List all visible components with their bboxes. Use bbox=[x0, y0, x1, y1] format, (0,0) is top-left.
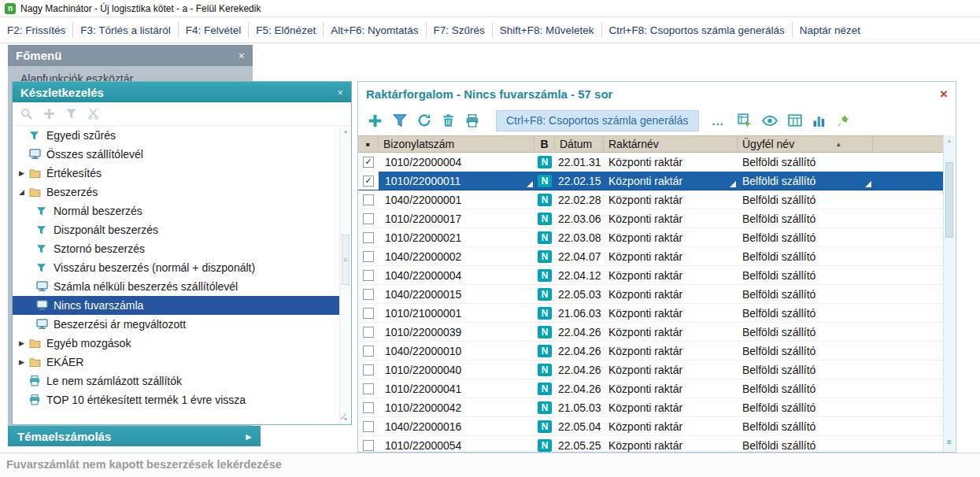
table-row[interactable]: 1040/22000010N22.04.26Központi raktárBel… bbox=[358, 342, 944, 361]
column-header-b[interactable]: B bbox=[534, 136, 555, 152]
scroll-up-icon[interactable]: ▲ bbox=[944, 138, 955, 143]
tree-item[interactable]: Számla nélküli beszerzés szállítólevél bbox=[13, 277, 339, 296]
print-icon[interactable] bbox=[465, 114, 479, 128]
cell-ugyfelnev: Belföldi szállító bbox=[738, 398, 873, 416]
expander-icon[interactable]: ▶ bbox=[19, 358, 29, 366]
expander-icon[interactable]: ▶ bbox=[19, 339, 29, 347]
tree-item[interactable]: Le nem számlázott szállítók bbox=[13, 372, 339, 390]
row-checkbox[interactable] bbox=[363, 402, 374, 413]
tree-item[interactable]: Diszponált beszerzés bbox=[13, 220, 339, 239]
function-bar-item[interactable]: Ctrl+F8: Csoportos számla generálás bbox=[602, 22, 793, 38]
temaelszamolas-bar[interactable]: Témaelszámolás ▸ bbox=[8, 426, 261, 446]
refresh-icon[interactable] bbox=[417, 113, 431, 128]
cell-ugyfelnev: Belföldi szállító bbox=[738, 436, 873, 452]
tree-scrollbar[interactable]: ▲ ▼ ≡ bbox=[339, 126, 351, 424]
column-header-datum[interactable]: Dátum bbox=[555, 136, 604, 152]
row-checkbox[interactable] bbox=[363, 232, 374, 243]
close-icon[interactable]: × bbox=[239, 50, 245, 62]
function-bar-item[interactable]: F7: Szűrés bbox=[427, 22, 493, 38]
table-row[interactable]: 1040/22000002N22.04.07Központi raktárBel… bbox=[358, 247, 944, 266]
scrollbar-thumb[interactable] bbox=[945, 162, 953, 238]
row-checkbox[interactable] bbox=[363, 421, 374, 432]
row-checkbox[interactable] bbox=[363, 251, 374, 262]
tree-item[interactable]: ▶EKÁER bbox=[13, 353, 339, 372]
tree-item[interactable]: Normál beszerzés bbox=[13, 202, 339, 220]
row-checkbox[interactable] bbox=[363, 308, 374, 319]
function-bar-item[interactable]: F4: Felvétel bbox=[179, 22, 250, 38]
table-row[interactable]: 1010/22000054N22.05.25Központi raktárBel… bbox=[358, 436, 944, 452]
expander-icon[interactable]: ◢ bbox=[19, 188, 29, 196]
table-row[interactable]: 1040/22000001N22.02.28Központi raktárBel… bbox=[358, 190, 944, 209]
function-bar-item[interactable]: F2: Frissítés bbox=[0, 22, 73, 38]
table-row[interactable]: ✓1010/22000011N22.02.15Központi raktárBe… bbox=[358, 172, 944, 190]
column-header-bizonylatszam[interactable]: Bizonylatszám bbox=[379, 136, 534, 152]
cell-b: N bbox=[534, 190, 555, 209]
row-checkbox[interactable] bbox=[363, 383, 374, 394]
pin-icon[interactable] bbox=[836, 114, 849, 128]
add-icon[interactable] bbox=[368, 113, 383, 128]
fomenu-header[interactable]: Főmenü × bbox=[8, 45, 253, 66]
row-checkbox[interactable] bbox=[363, 213, 374, 224]
tree-item[interactable]: TOP 10 értékesített termék 1 évre vissza bbox=[13, 390, 339, 409]
tree-item[interactable]: ▶Értékesítés bbox=[13, 164, 339, 183]
table-row[interactable]: 1040/22000016N22.05.04Központi raktárBel… bbox=[358, 417, 944, 436]
row-checkbox[interactable]: ✓ bbox=[363, 176, 374, 187]
scrollbar-thumb[interactable]: ≡ bbox=[342, 235, 349, 285]
row-checkbox[interactable] bbox=[363, 289, 374, 300]
function-bar-item[interactable]: Shift+F8: Műveletek bbox=[493, 22, 602, 38]
table-icon[interactable] bbox=[788, 114, 802, 127]
function-bar-item[interactable]: Alt+F6: Nyomtatás bbox=[324, 22, 426, 38]
row-checkbox[interactable] bbox=[363, 364, 374, 375]
table-row[interactable]: 1010/21000001N21.06.03Központi raktárBel… bbox=[358, 304, 944, 323]
bulk-invoice-button[interactable]: Ctrl+F8: Csoportos számla generálás bbox=[496, 110, 699, 131]
row-checkbox[interactable] bbox=[363, 194, 374, 205]
search-icon[interactable] bbox=[20, 108, 33, 120]
chart-icon[interactable] bbox=[812, 114, 826, 128]
close-icon[interactable]: × bbox=[940, 87, 948, 101]
tree-item[interactable]: ◢Beszerzés bbox=[13, 183, 339, 202]
keszletkezeles-header[interactable]: Készletkezelés × bbox=[13, 82, 351, 102]
tree-item[interactable]: Visszáru beszerzés (normál + diszponált) bbox=[13, 258, 339, 277]
function-bar-item[interactable]: F3: Törlés a listáról bbox=[73, 22, 179, 38]
function-bar-item[interactable]: Naptár nézet bbox=[793, 22, 867, 38]
table-row[interactable]: 1010/22000040N22.04.26Központi raktárBel… bbox=[358, 361, 944, 379]
close-icon[interactable]: × bbox=[337, 87, 343, 98]
tree-item[interactable]: Beszerzési ár megváltozott bbox=[13, 315, 339, 334]
filter-icon[interactable] bbox=[65, 108, 77, 120]
table-row[interactable]: 1010/22000017N22.03.06Központi raktárBel… bbox=[358, 209, 944, 228]
table-row[interactable]: 1040/22000015N22.05.03Központi raktárBel… bbox=[358, 285, 944, 304]
select-column-header[interactable]: ■ bbox=[358, 136, 379, 152]
column-header-raktarnev[interactable]: Raktárnév bbox=[604, 136, 738, 152]
row-checkbox[interactable] bbox=[363, 346, 374, 357]
eye-icon[interactable] bbox=[762, 115, 778, 127]
row-checkbox[interactable] bbox=[363, 270, 374, 281]
scroll-grip-icon[interactable]: ≡ bbox=[944, 438, 955, 446]
folder-icon bbox=[29, 338, 42, 349]
filter-icon[interactable] bbox=[393, 113, 407, 128]
more-options-button[interactable]: ... bbox=[709, 114, 728, 128]
function-bar-item[interactable]: F5: Előnézet bbox=[249, 22, 324, 38]
row-checkbox[interactable]: ✓ bbox=[363, 157, 374, 168]
delete-icon[interactable] bbox=[442, 113, 455, 128]
tree-item[interactable]: Sztornó beszerzés bbox=[13, 239, 339, 258]
tree-item[interactable]: Nincs fuvarszámla bbox=[13, 296, 339, 315]
table-row[interactable]: 1010/22000042N21.05.03Központi raktárBel… bbox=[358, 398, 944, 417]
tree-item[interactable]: Egyedi szűrés bbox=[13, 126, 339, 145]
export-icon[interactable] bbox=[738, 113, 752, 128]
column-header-ugyfelnev[interactable]: Ügyfél név▲ bbox=[738, 136, 873, 152]
table-row[interactable]: ✓1010/22000004N22.01.31Központi raktárBe… bbox=[358, 153, 944, 172]
tree-item[interactable]: Összes szállítólevél bbox=[13, 145, 339, 164]
expander-icon[interactable]: ▶ bbox=[19, 169, 29, 177]
table-row[interactable]: 1010/22000041N22.04.26Központi raktárBel… bbox=[358, 379, 944, 398]
table-row[interactable]: 1040/22000004N22.04.12Központi raktárBel… bbox=[358, 266, 944, 285]
table-row[interactable]: 1010/22000021N22.03.08Központi raktárBel… bbox=[358, 228, 944, 247]
row-checkbox[interactable] bbox=[363, 327, 374, 338]
tree-item[interactable]: ▶Egyéb mozgások bbox=[13, 334, 339, 353]
table-row[interactable]: 1010/22000039N22.04.26Központi raktárBel… bbox=[358, 323, 944, 342]
cut-icon[interactable] bbox=[87, 108, 99, 120]
row-checkbox[interactable] bbox=[363, 440, 374, 451]
scroll-up-icon[interactable]: ▲ bbox=[340, 128, 351, 134]
cell-select: ✓ bbox=[358, 153, 379, 171]
table-scrollbar[interactable]: ▲ ≡ bbox=[943, 135, 955, 451]
add-icon[interactable] bbox=[43, 108, 55, 120]
